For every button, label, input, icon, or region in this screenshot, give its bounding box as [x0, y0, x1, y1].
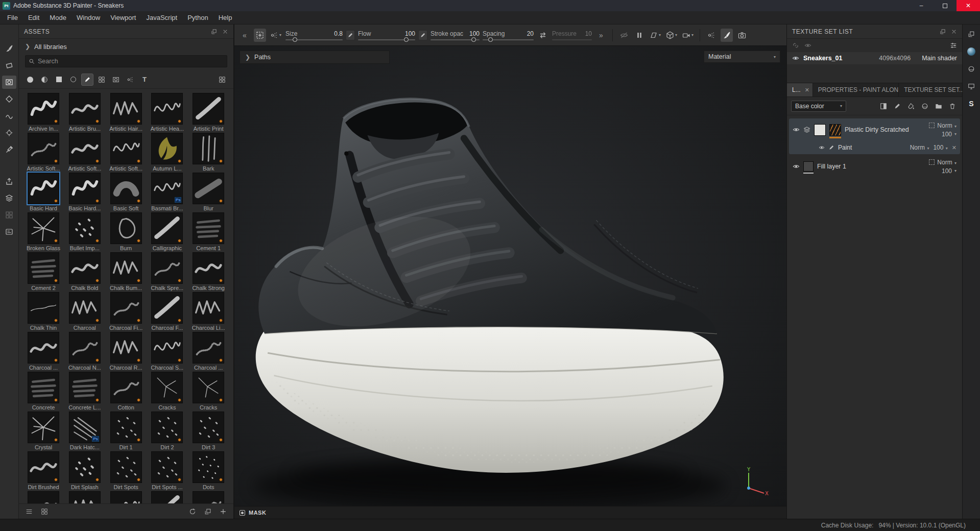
display-mode-select[interactable]: Material ▾	[704, 51, 780, 63]
brush-thumbnail[interactable]	[110, 372, 142, 403]
menu-item[interactable]: Viewport	[105, 12, 141, 23]
brush-asset[interactable]: Charcoal ...	[188, 331, 229, 371]
brush-thumbnail[interactable]	[151, 93, 183, 125]
material-ball-icon[interactable]	[966, 63, 977, 75]
texture-set-visibility-icon[interactable]	[792, 55, 799, 62]
layer-name[interactable]: Fill layer 1	[817, 163, 925, 170]
material-picker-tool[interactable]	[2, 143, 16, 156]
brush-thumbnail[interactable]	[193, 372, 224, 403]
flow-pressure-toggle-icon[interactable]	[418, 30, 427, 40]
geometry-mode-icon[interactable]: ▾	[665, 29, 678, 42]
brush-thumbnail[interactable]	[193, 491, 224, 503]
tiling-icon[interactable]	[929, 159, 935, 165]
brush-asset[interactable]: Artistic Soft...	[106, 132, 147, 172]
layer-name[interactable]: Plastic Dirty Scratched	[845, 126, 925, 133]
brush-asset[interactable]: Charcoal Fi...	[106, 291, 147, 331]
brush-asset[interactable]: Dirt Brushed	[23, 450, 64, 490]
clone-tool[interactable]	[2, 126, 16, 139]
layer-visibility-icon[interactable]	[793, 163, 800, 170]
brush-asset[interactable]: Dirt Spots	[106, 450, 147, 490]
paint-tool[interactable]	[2, 42, 16, 55]
brush-asset[interactable]: Charcoal R...	[106, 331, 147, 371]
brushes-filter-icon[interactable]	[81, 74, 93, 86]
brush-thumbnail[interactable]	[69, 212, 101, 244]
layer-visibility-icon[interactable]	[819, 144, 825, 151]
brush-thumbnail[interactable]	[110, 173, 142, 204]
flow-slider[interactable]	[358, 39, 415, 40]
collapse-left-icon[interactable]: «	[238, 29, 251, 42]
float-panel-icon[interactable]	[211, 29, 217, 35]
brush-thumbnail[interactable]	[151, 451, 183, 483]
brush-thumbnail[interactable]: Ps	[151, 173, 183, 204]
spacing-param[interactable]: Spacing20	[483, 30, 534, 40]
brush-asset[interactable]: Basic Soft	[106, 172, 147, 211]
add-paint-layer-icon[interactable]	[892, 101, 903, 112]
brush-asset[interactable]: Burn	[106, 211, 147, 251]
close-tab-icon[interactable]: ✕	[805, 87, 809, 93]
brush-thumbnail[interactable]	[69, 491, 101, 503]
substance-logo-icon[interactable]: S	[966, 98, 977, 109]
menu-item[interactable]: Mode	[44, 12, 71, 23]
brush-thumbnail[interactable]	[151, 212, 183, 244]
tab-layers[interactable]: L... ✕	[787, 83, 813, 96]
brush-thumbnail[interactable]	[110, 451, 142, 483]
brush-thumbnail[interactable]	[193, 212, 224, 244]
details-view-icon[interactable]	[24, 506, 34, 517]
viewport-3d[interactable]: ❯ Paths Material ▾ Y X MASK	[234, 46, 786, 519]
brush-thumbnail[interactable]	[110, 491, 142, 503]
title-bar[interactable]: Pt Adobe Substance 3D Painter - Sneakers…	[0, 0, 980, 11]
opacity-select[interactable]: 100 ▾	[942, 167, 957, 175]
layer-row-paint[interactable]: Paint Norm ▾ 100 ▾ ✕	[789, 141, 960, 154]
brush-thumbnail[interactable]	[28, 173, 59, 204]
swap-values-icon[interactable]	[537, 29, 549, 42]
brush-asset[interactable]: Chalk Bold	[64, 251, 105, 291]
close-panel-icon[interactable]	[222, 29, 228, 35]
brush-asset[interactable]: Broken Glass	[23, 211, 64, 251]
add-mask-icon[interactable]	[878, 101, 889, 112]
size-pressure-toggle-icon[interactable]	[346, 30, 355, 40]
brush-thumbnail[interactable]	[193, 252, 224, 284]
brush-thumbnail[interactable]	[110, 332, 142, 364]
add-asset-icon[interactable]	[218, 506, 228, 517]
brush-asset[interactable]: Ps Dark Hatc...	[64, 411, 105, 450]
alphas-filter-icon[interactable]	[95, 74, 108, 86]
brush-thumbnail[interactable]	[28, 292, 59, 324]
link-sets-icon[interactable]	[792, 42, 799, 49]
brush-asset[interactable]: Autumn L...	[147, 132, 187, 172]
brush-falloff-icon[interactable]: ▾	[269, 29, 282, 42]
stroke-opacity-param[interactable]: Stroke opac100	[431, 30, 480, 40]
paths-section[interactable]: ❯ Paths	[240, 51, 390, 64]
polygon-fill-tool[interactable]	[2, 92, 16, 106]
brush-thumbnail[interactable]	[69, 173, 101, 204]
projection-mode-icon[interactable]: ▾	[649, 29, 662, 42]
brush-asset[interactable]: Artistic Bru...	[64, 92, 105, 132]
camera-mode-icon[interactable]: ▾	[681, 29, 695, 42]
search-input[interactable]	[38, 58, 224, 65]
brush-thumbnail[interactable]	[69, 451, 101, 483]
tab-properties[interactable]: PROPERTIES - PAINT ALON...	[813, 83, 899, 96]
materials-filter-icon[interactable]	[24, 74, 36, 86]
brush-asset[interactable]: Dirt Spots ...	[147, 450, 187, 490]
layer-row-smart-material[interactable]: Plastic Dirty Scratched Norm ▾ 100 ▾	[789, 118, 960, 141]
float-panel-icon[interactable]	[940, 29, 946, 35]
brush-thumbnail[interactable]	[193, 133, 224, 164]
brush-asset[interactable]: Dirt 2	[147, 411, 187, 450]
menu-item[interactable]: File	[2, 12, 23, 23]
brush-asset[interactable]	[106, 490, 147, 503]
brush-thumbnail[interactable]	[28, 252, 59, 284]
brush-thumbnail[interactable]: Ps	[69, 412, 101, 443]
brush-asset[interactable]: Cement 2	[23, 251, 64, 291]
filters-filter-icon[interactable]	[67, 74, 79, 86]
tab-texture-set-settings[interactable]: TEXTURE SET SET...	[899, 83, 962, 96]
expand-right-icon[interactable]: »	[595, 29, 607, 42]
brush-asset[interactable]: Artistic Hea...	[147, 92, 187, 132]
brush-asset[interactable]: Dirt 1	[106, 411, 147, 450]
size-slider[interactable]	[285, 39, 343, 40]
physical-brush-icon[interactable]	[721, 29, 733, 42]
brush-asset[interactable]: Bark	[188, 132, 229, 172]
brush-thumbnail[interactable]	[110, 252, 142, 284]
brush-thumbnail[interactable]	[151, 252, 183, 284]
brush-thumbnail[interactable]	[151, 133, 183, 164]
smart-masks-filter-icon[interactable]	[53, 74, 65, 86]
brush-thumbnail[interactable]	[69, 292, 101, 324]
